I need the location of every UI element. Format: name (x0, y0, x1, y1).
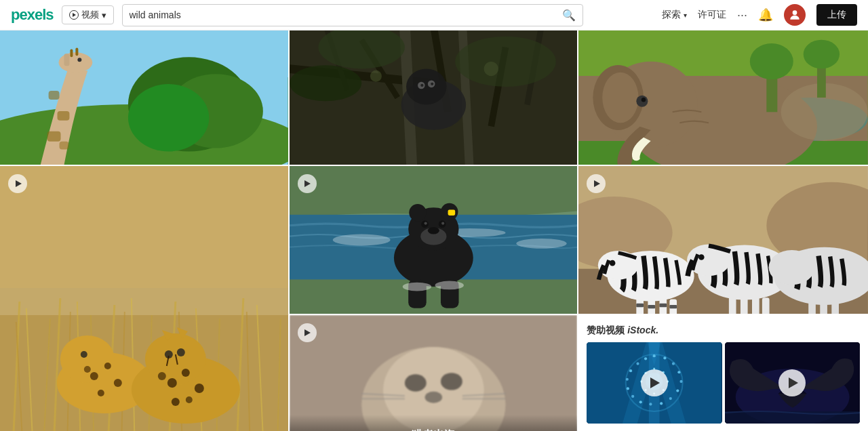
upload-button[interactable]: 上传 (816, 4, 857, 26)
search-input[interactable] (130, 9, 562, 20)
svg-point-90 (177, 348, 185, 356)
svg-point-32 (290, 65, 361, 101)
svg-point-164 (627, 387, 629, 390)
svg-point-74 (60, 335, 115, 383)
svg-rect-135 (637, 304, 644, 307)
otter-video[interactable]: 猎者出海 (290, 315, 578, 431)
svg-rect-137 (660, 304, 667, 307)
svg-point-110 (402, 283, 431, 291)
svg-rect-136 (648, 305, 656, 308)
svg-rect-11 (64, 54, 69, 66)
svg-point-103 (427, 227, 439, 234)
play-btn-whale[interactable] (778, 369, 806, 396)
play-overlay-otter[interactable] (298, 323, 317, 342)
pexels-logo[interactable]: pexels (11, 6, 54, 24)
svg-point-34 (484, 62, 498, 76)
svg-point-157 (680, 380, 683, 383)
svg-rect-7 (58, 111, 70, 121)
svg-point-167 (637, 363, 639, 365)
svg-rect-144 (752, 296, 760, 314)
istock-thumb-fish[interactable] (587, 342, 722, 424)
middle-column: 猎者出海 (290, 166, 579, 431)
raccoon-svg (290, 30, 578, 165)
header-right: 探索 ▾ 许可证 ··· 🔔 上传 (662, 4, 857, 26)
header: pexels 视频 ▾ 🔍 探索 ▾ 许可证 ··· 🔔 上传 (0, 0, 868, 30)
elephant-photo[interactable] (578, 30, 868, 166)
svg-point-82 (145, 333, 206, 385)
svg-point-155 (672, 363, 675, 365)
giraffe-svg (0, 30, 288, 165)
search-icon[interactable]: 🔍 (562, 9, 576, 22)
nav-explore[interactable]: 探索 ▾ (662, 9, 687, 21)
play-icon (69, 10, 79, 20)
giraffe-photo[interactable] (0, 30, 290, 166)
svg-point-166 (629, 369, 632, 372)
zebra-svg (578, 166, 868, 314)
cheetah-video[interactable] (0, 166, 290, 431)
svg-point-5 (128, 84, 209, 151)
svg-point-78 (98, 390, 104, 396)
svg-point-165 (626, 378, 629, 381)
svg-point-95 (332, 234, 390, 246)
svg-point-85 (195, 384, 204, 393)
photo-grid: 猎者出海 (0, 30, 868, 431)
svg-rect-13 (70, 49, 73, 57)
bear-svg (290, 166, 578, 314)
svg-rect-6 (47, 131, 61, 142)
otter-svg (290, 315, 578, 431)
svg-point-88 (158, 372, 166, 380)
svg-point-47 (750, 43, 793, 79)
svg-point-130 (610, 260, 616, 266)
svg-point-31 (455, 37, 556, 87)
svg-point-42 (603, 73, 639, 123)
bell-icon[interactable]: 🔔 (758, 7, 773, 22)
video-caption: 猎者出海 (290, 415, 578, 431)
video-toggle[interactable]: 视频 ▾ (62, 5, 114, 24)
svg-point-162 (639, 401, 642, 403)
svg-rect-123 (290, 315, 578, 431)
svg-point-163 (631, 395, 634, 398)
video-toggle-label: 视频 (81, 9, 99, 21)
svg-point-79 (84, 366, 91, 373)
svg-point-49 (804, 40, 840, 69)
chevron-down-icon: ▾ (102, 10, 106, 20)
svg-point-111 (435, 281, 463, 290)
svg-point-141 (698, 254, 705, 260)
svg-point-80 (81, 351, 87, 358)
svg-point-158 (677, 389, 679, 392)
search-bar: 🔍 (122, 4, 583, 26)
play-overlay[interactable] (8, 174, 27, 193)
svg-rect-9 (60, 142, 69, 150)
raccoon-photo[interactable] (290, 30, 579, 166)
sponsored-label: 赞助视频 iStock. (587, 325, 860, 337)
svg-point-97 (516, 239, 566, 249)
svg-point-147 (769, 250, 815, 285)
svg-rect-8 (49, 91, 60, 100)
svg-rect-149 (821, 302, 828, 314)
svg-rect-148 (809, 301, 816, 314)
nav-license[interactable]: 许可证 (698, 9, 726, 21)
svg-point-106 (424, 222, 427, 224)
sponsored-section: 赞助视频 iStock. (578, 315, 868, 431)
svg-point-86 (172, 398, 180, 406)
svg-point-76 (104, 363, 111, 369)
svg-rect-14 (75, 47, 78, 56)
svg-point-77 (114, 379, 122, 387)
svg-point-107 (441, 222, 444, 224)
svg-point-25 (406, 69, 446, 105)
svg-point-160 (660, 402, 663, 405)
cheetah-svg (0, 166, 288, 431)
play-overlay-bear[interactable] (298, 174, 317, 193)
svg-point-156 (678, 371, 681, 373)
zebra-video[interactable] (578, 166, 868, 315)
play-btn-fish[interactable] (641, 369, 668, 396)
chevron-down-icon: ▾ (684, 12, 687, 19)
avatar[interactable] (784, 4, 806, 26)
svg-point-84 (182, 369, 190, 377)
svg-point-75 (90, 372, 98, 380)
more-icon[interactable]: ··· (737, 8, 747, 22)
bear-video[interactable] (290, 166, 578, 315)
istock-thumb-whale[interactable] (725, 342, 860, 424)
istock-thumbs (587, 342, 860, 424)
svg-point-28 (420, 84, 423, 87)
